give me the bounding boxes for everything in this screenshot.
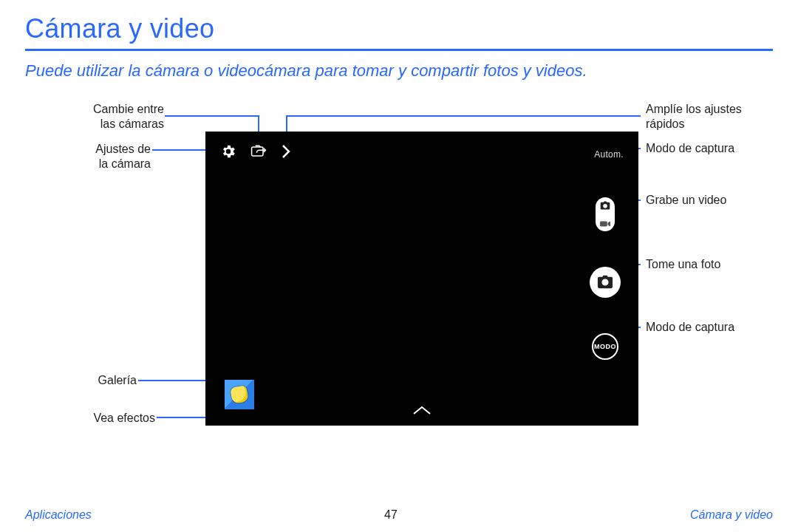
callout-gallery: Galería <box>25 373 137 388</box>
page-title: Cámara y video <box>25 13 773 44</box>
footer-subsection: Cámara y video <box>690 508 773 522</box>
camera-screenshot: Autom. MODO <box>205 132 638 426</box>
figure: Autom. MODO <box>25 98 773 453</box>
gallery-thumbnail[interactable] <box>225 380 254 409</box>
switch-camera-icon[interactable] <box>250 144 267 159</box>
title-rule <box>25 49 773 51</box>
callout-expand-quick-settings: Amplíe los ajustes rápidos <box>646 102 742 132</box>
page-footer: Aplicaciones 47 Cámara y video <box>0 508 798 522</box>
lede-text: Puede utilizar la cámara o videocámara p… <box>25 61 773 81</box>
callout-effects: Vea efectos <box>25 411 155 426</box>
video-icon <box>600 220 610 228</box>
callout-capture-mode-label: Modo de captura <box>646 141 734 156</box>
callout-take-photo: Tome una foto <box>646 257 720 272</box>
flower-icon <box>230 385 248 403</box>
footer-section: Aplicaciones <box>25 508 92 522</box>
callout-camera-settings: Ajustes de la cámara <box>25 142 151 171</box>
effects-chevron-up-icon[interactable] <box>412 405 432 418</box>
shutter-button[interactable] <box>590 267 621 298</box>
callout-switch-cameras: Cambie entre las cámaras <box>25 102 164 132</box>
camera-icon <box>600 201 610 210</box>
footer-page-number: 47 <box>384 508 398 522</box>
camera-video-toggle[interactable] <box>596 197 615 231</box>
callout-record-video: Grabe un video <box>646 193 726 208</box>
gear-icon[interactable] <box>220 143 236 160</box>
callout-capture-mode-button: Modo de captura <box>646 320 734 335</box>
chevron-right-icon[interactable] <box>281 144 291 159</box>
mode-button[interactable]: MODO <box>592 333 618 360</box>
